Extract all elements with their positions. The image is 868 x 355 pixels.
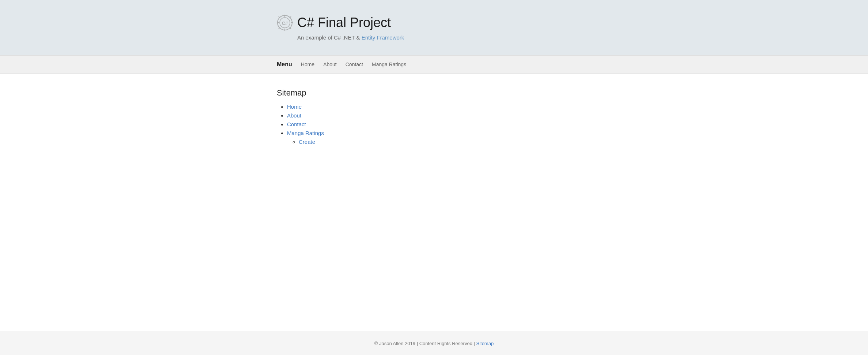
list-item: Manga Ratings Create: [287, 130, 591, 145]
nav-link-manga-ratings[interactable]: Manga Ratings: [372, 61, 406, 67]
site-title: C# Final Project: [297, 15, 391, 30]
footer-copyright: © Jason Allen 2019 | Content Rights Rese…: [374, 341, 476, 346]
footer-sitemap-link[interactable]: Sitemap: [476, 341, 494, 346]
navbar-brand: Menu: [277, 61, 292, 68]
nav-link-home[interactable]: Home: [301, 61, 314, 67]
entity-framework-link[interactable]: Entity Framework: [362, 34, 404, 41]
sitemap-link-home[interactable]: Home: [287, 104, 302, 110]
list-item: Create: [299, 139, 591, 145]
site-logo-icon: C#: [277, 15, 293, 31]
main-content: Sitemap Home About Contact Manga Ratings…: [0, 74, 868, 332]
site-tagline: An example of C# .NET & Entity Framework: [297, 34, 591, 41]
list-item: Home: [287, 104, 591, 110]
nav-link-contact[interactable]: Contact: [346, 61, 363, 67]
navbar: Menu Home About Contact Manga Ratings: [0, 55, 868, 74]
sitemap-link-manga-ratings[interactable]: Manga Ratings: [287, 130, 324, 136]
list-item: Contact: [287, 121, 591, 128]
tagline-text: An example of C# .NET &: [297, 34, 362, 41]
sitemap-link-contact[interactable]: Contact: [287, 121, 306, 127]
sitemap-link-create[interactable]: Create: [299, 139, 315, 145]
sitemap-heading: Sitemap: [277, 88, 591, 98]
sitemap-link-about[interactable]: About: [287, 112, 301, 119]
sitemap-sublist: Create: [287, 139, 591, 145]
nav-link-about[interactable]: About: [323, 61, 337, 67]
footer-text: © Jason Allen 2019 | Content Rights Rese…: [0, 341, 868, 346]
site-header: C# C# Final Project An example of C# .NE…: [0, 0, 868, 55]
svg-text:C#: C#: [282, 20, 288, 26]
site-footer: © Jason Allen 2019 | Content Rights Rese…: [0, 332, 868, 355]
list-item: About: [287, 112, 591, 119]
sitemap-list: Home About Contact Manga Ratings Create: [277, 104, 591, 145]
